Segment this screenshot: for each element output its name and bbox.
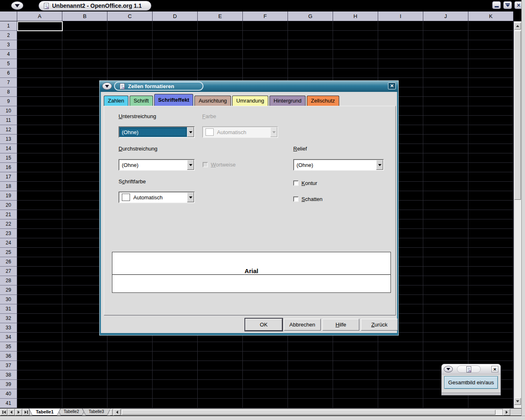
cell-C36[interactable] [107,352,153,361]
cell-A30[interactable] [17,295,62,304]
horizontal-scrollbar[interactable] [121,409,503,415]
shade-button[interactable] [503,1,512,9]
window-title-pill[interactable]: Unbenannt2 - OpenOffice.org 1.1 [39,1,151,11]
cell-J32[interactable] [423,314,468,323]
row-header-2[interactable]: 2 [0,31,17,40]
tab-ausrichtung[interactable]: Ausrichtung [194,96,231,106]
cell-J4[interactable] [423,50,468,59]
shadow-checkbox[interactable]: Schatten [293,196,322,202]
cell-G6[interactable] [288,68,333,78]
cell-A36[interactable] [17,352,62,361]
cell-E3[interactable] [198,40,243,50]
row-header-18[interactable]: 18 [0,182,17,191]
row-header-30[interactable]: 30 [0,295,17,304]
vertical-scrollbar[interactable] [514,21,521,408]
cell-K13[interactable] [468,135,514,144]
cell-G1[interactable] [288,21,333,31]
row-header-24[interactable]: 24 [0,238,17,248]
tab-zellschutz[interactable]: Zellschutz [307,96,339,106]
cell-A6[interactable] [17,68,62,78]
row-header-36[interactable]: 36 [0,352,17,361]
cell-A9[interactable] [17,97,62,106]
row-header-7[interactable]: 7 [0,78,17,87]
cell-F41[interactable] [243,399,288,408]
cell-A12[interactable] [17,125,62,135]
cell-H6[interactable] [333,68,378,78]
cell-B38[interactable] [62,370,107,380]
help-button[interactable]: Hilfe [322,319,359,331]
cell-I35[interactable] [378,342,423,352]
cell-J11[interactable] [423,116,468,125]
cell-K2[interactable] [468,31,514,40]
row-header-19[interactable]: 19 [0,191,17,201]
cell-K26[interactable] [468,257,514,267]
cell-D35[interactable] [153,342,198,352]
cell-C38[interactable] [107,370,153,380]
cell-K16[interactable] [468,163,514,172]
cell-F35[interactable] [243,342,288,352]
row-header-29[interactable]: 29 [0,285,17,295]
row-header-39[interactable]: 39 [0,380,17,389]
cell-A29[interactable] [17,285,62,295]
cell-A25[interactable] [17,248,62,257]
cell-E37[interactable] [198,361,243,370]
cell-K6[interactable] [468,68,514,78]
tab-zahlen[interactable]: Zahlen [104,96,128,106]
column-header-C[interactable]: C [107,11,153,21]
cell-A18[interactable] [17,182,62,191]
cell-J15[interactable] [423,153,468,163]
cell-K5[interactable] [468,59,514,68]
cell-D4[interactable] [153,50,198,59]
floating-title-pill[interactable] [457,365,481,373]
cell-A19[interactable] [17,191,62,201]
cell-C3[interactable] [107,40,153,50]
cell-B36[interactable] [62,352,107,361]
cell-A13[interactable] [17,135,62,144]
tabbar-splitter[interactable] [110,409,113,415]
cell-A7[interactable] [17,78,62,87]
cell-A14[interactable] [17,144,62,153]
minimize-button[interactable] [492,1,501,9]
cell-F4[interactable] [243,50,288,59]
cell-C1[interactable] [107,21,153,31]
cell-J34[interactable] [423,333,468,342]
column-header-B[interactable]: B [62,11,107,21]
cell-B35[interactable] [62,342,107,352]
cell-E4[interactable] [198,50,243,59]
cell-K17[interactable] [468,172,514,182]
cell-J22[interactable] [423,219,468,229]
cell-G41[interactable] [288,399,333,408]
cell-A39[interactable] [17,380,62,389]
cell-G40[interactable] [288,389,333,399]
cell-A37[interactable] [17,361,62,370]
dialog-title-pill[interactable]: Zellen formatieren [114,82,203,91]
cell-H36[interactable] [333,352,378,361]
dropdown-arrow-button[interactable] [187,160,194,170]
ok-button[interactable]: OK [245,319,282,331]
cell-J31[interactable] [423,304,468,314]
column-header-A[interactable]: A [17,11,62,21]
cell-K23[interactable] [468,229,514,238]
cell-I41[interactable] [378,399,423,408]
cell-F36[interactable] [243,352,288,361]
cell-F37[interactable] [243,361,288,370]
cell-J19[interactable] [423,191,468,201]
cell-J35[interactable] [423,342,468,352]
cell-A26[interactable] [17,257,62,267]
tab-umrandung[interactable]: Umrandung [232,96,268,106]
cell-H5[interactable] [333,59,378,68]
cell-G5[interactable] [288,59,333,68]
relief-dropdown[interactable]: (Ohne) [293,159,384,171]
dropdown-arrow-button[interactable] [187,127,194,137]
column-header-E[interactable]: E [198,11,243,21]
cell-J36[interactable] [423,352,468,361]
underline-dropdown[interactable]: (Ohne) [119,126,195,138]
cell-J30[interactable] [423,295,468,304]
cell-K12[interactable] [468,125,514,135]
row-header-3[interactable]: 3 [0,40,17,50]
cell-J7[interactable] [423,78,468,87]
cell-F1[interactable] [243,21,288,31]
cell-J21[interactable] [423,210,468,219]
cell-I40[interactable] [378,389,423,399]
cell-K19[interactable] [468,191,514,201]
